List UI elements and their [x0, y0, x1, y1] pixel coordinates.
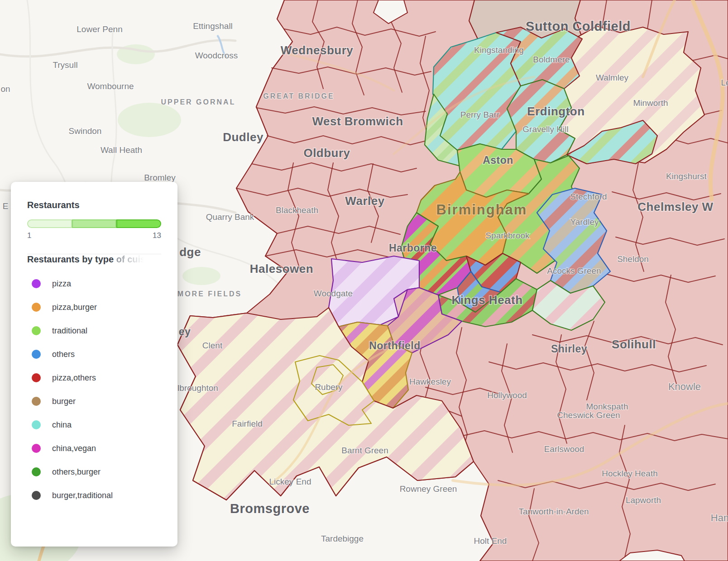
legend-item-burger-traditional[interactable]: burger,traditional — [27, 484, 161, 507]
map-label: dge — [179, 245, 201, 259]
legend-item-label: pizza,others — [52, 373, 96, 383]
map-label: Le — [721, 78, 728, 87]
legend-item-label: others — [52, 350, 75, 359]
cuisine-section-title-main: Restaurants by type — [27, 254, 116, 264]
map-label: Chelmsley W — [637, 200, 713, 214]
map-label: Blackheath — [276, 205, 318, 215]
map-label: Ham — [711, 512, 728, 523]
legend-color-dot — [32, 350, 41, 359]
map-label: Quarry Bank — [206, 212, 254, 222]
map-label: Woodcross — [195, 51, 238, 60]
legend-color-dot — [32, 326, 41, 335]
map-label: Oldbury — [303, 146, 350, 160]
map-label: Warley — [345, 194, 384, 208]
map-label: Northfield — [369, 340, 421, 352]
legend-color-dot — [32, 491, 41, 500]
legend-color-dot — [32, 444, 41, 453]
legend-item-label: pizza — [52, 279, 71, 289]
map-label: lbroughton — [177, 383, 218, 393]
map-label: Trysull — [53, 60, 77, 70]
legend-item-label: traditional — [52, 326, 87, 336]
map-label: Ettingshall — [193, 21, 233, 31]
legend-item-label: pizza,burger — [52, 303, 97, 312]
map-label: Barnt Green — [341, 446, 388, 455]
map-label: Monkspath — [586, 402, 628, 411]
map-label: Rowney Green — [400, 484, 457, 494]
map-label: Woodgate — [314, 289, 353, 298]
map-label: Wednesbury — [281, 43, 354, 57]
legend-item-pizza[interactable]: pizza — [27, 272, 161, 295]
map-label: Solihull — [612, 338, 656, 351]
map-label: Erdington — [527, 105, 584, 118]
legend-item-label: china — [52, 420, 72, 430]
map-label: Acocks Green — [547, 266, 601, 276]
legend-item-label: burger,traditional — [52, 491, 113, 500]
scale-segment-high — [116, 219, 161, 228]
map-label: Earlswood — [544, 444, 584, 454]
map-label: Yardley — [570, 217, 599, 227]
map-label: Sheldon — [617, 254, 649, 264]
map-label: Knowle — [668, 381, 701, 392]
map-label: Lower Penn — [77, 24, 122, 34]
map-label: Wall Heath — [101, 145, 142, 155]
map-label: Halesowen — [250, 262, 313, 276]
legend-color-dot — [32, 397, 41, 406]
legend-color-dot — [32, 279, 41, 288]
legend-item-others[interactable]: others — [27, 342, 161, 366]
map-label: West Bromwich — [312, 114, 403, 128]
legend-item-others-burger[interactable]: others,burger — [27, 460, 161, 484]
map-label: Stechford — [570, 192, 607, 201]
legend-item-china[interactable]: china — [27, 413, 161, 437]
map-label: Sutton Coldfield — [526, 19, 631, 33]
map-label: E — [3, 201, 9, 211]
map-label: GREAT BRIDGE — [263, 92, 334, 100]
map-label: Wombourne — [87, 81, 134, 91]
map-stage: WednesburySutton ColdfieldWest BromwichD… — [0, 0, 728, 561]
map-label: Perry Barr — [460, 110, 500, 119]
map-label: Swindon — [69, 126, 102, 136]
map-label: Harborne — [389, 242, 437, 254]
map-label: UPPER GORNAL — [161, 98, 236, 106]
legend-color-dot — [32, 467, 41, 476]
cuisine-legend-list: pizza pizza,burger traditional others pi… — [27, 272, 161, 507]
scale-min-label: 1 — [27, 231, 31, 240]
map-label: Lapworth — [626, 495, 661, 505]
map-label: Birmingham — [436, 202, 527, 218]
legend-item-label: others,burger — [52, 467, 101, 477]
legend-title: Restaurants — [27, 200, 161, 210]
map-label: Kingshurst — [666, 171, 707, 181]
legend-item-label: burger — [52, 397, 76, 406]
map-label: Sparkbrook — [485, 231, 530, 240]
map-label: MORE FIELDS — [177, 290, 242, 298]
scale-segment-low — [27, 219, 72, 228]
legend-color-dot — [32, 420, 41, 429]
legend-panel: Restaurants 1 13 Restaurants by type of … — [11, 182, 177, 547]
legend-item-pizza-others[interactable]: pizza,others — [27, 366, 161, 390]
legend-item-burger[interactable]: burger — [27, 390, 161, 413]
map-label: Hollywood — [487, 390, 527, 400]
map-label: Tardebigge — [321, 534, 364, 543]
map-label: ey — [179, 326, 191, 338]
map-label: Gravelly Hill — [522, 124, 568, 134]
map-label: Kings Heath — [451, 293, 522, 307]
map-label: Bromley — [144, 173, 176, 182]
restaurant-count-scale[interactable] — [27, 219, 161, 228]
map-label: Hockley Heath — [602, 469, 658, 478]
legend-item-traditional[interactable]: traditional — [27, 319, 161, 342]
map-label: Shirley — [551, 343, 587, 355]
legend-color-dot — [32, 373, 41, 382]
legend-item-pizza-burger[interactable]: pizza,burger — [27, 295, 161, 319]
legend-item-china-vegan[interactable]: china,vegan — [27, 437, 161, 460]
map-label: Walmley — [596, 73, 629, 82]
map-label: Kingstanding — [474, 45, 524, 55]
map-label: Clent — [202, 341, 223, 350]
map-label: Boldmere — [533, 55, 570, 64]
scale-segment-mid — [72, 219, 117, 228]
map-label: Fairfield — [232, 419, 263, 428]
legend-color-dot — [32, 303, 41, 312]
map-label: Lickey End — [269, 477, 311, 486]
map-label: Hawkesley — [409, 377, 451, 386]
cuisine-section-title: Restaurants by type of cuis — [27, 254, 161, 265]
scale-max-label: 13 — [153, 231, 161, 240]
map-label: Aston — [483, 154, 513, 166]
